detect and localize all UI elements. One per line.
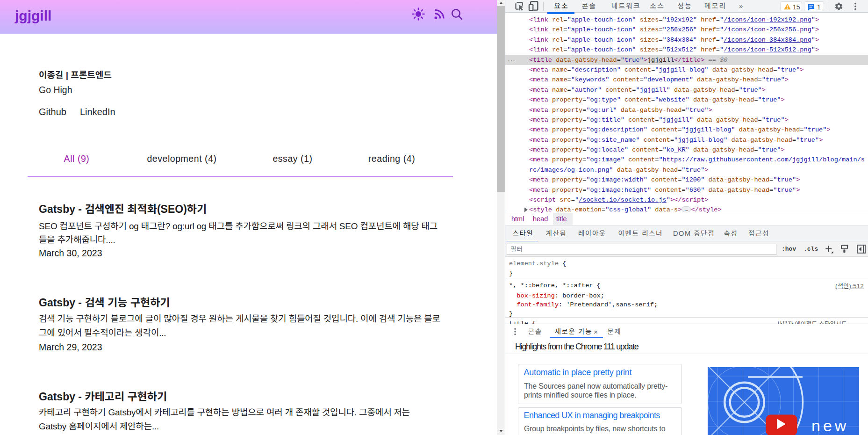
svg-text:new: new (811, 417, 849, 435)
